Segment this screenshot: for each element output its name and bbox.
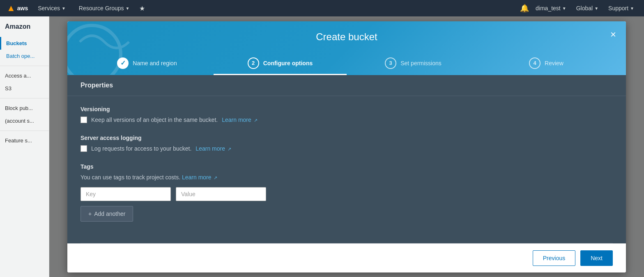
support-menu[interactable]: Support ▼ bbox=[605, 0, 637, 16]
resource-groups-menu[interactable]: Resource Groups ▼ bbox=[76, 0, 133, 16]
sidebar-divider-2 bbox=[0, 98, 49, 98]
region-menu[interactable]: Global ▼ bbox=[573, 0, 602, 16]
tag-key-input[interactable] bbox=[80, 187, 171, 201]
step-3-permissions[interactable]: 3 Set permissions bbox=[347, 53, 480, 75]
tags-external-icon: ↗ bbox=[214, 175, 217, 180]
sidebar-item-batch[interactable]: Batch ope... bbox=[0, 50, 49, 62]
support-chevron-icon: ▼ bbox=[630, 6, 634, 11]
nav-right: 🔔 dima_test ▼ Global ▼ Support ▼ bbox=[520, 0, 637, 16]
modal-body: Properties Versioning Keep all versions … bbox=[67, 75, 626, 243]
add-another-button[interactable]: + Add another bbox=[80, 206, 133, 222]
server-logging-title: Server access logging bbox=[80, 135, 613, 141]
versioning-section: Versioning Keep all versions of an objec… bbox=[80, 106, 613, 123]
sidebar-item-access[interactable]: Access a... bbox=[0, 69, 49, 82]
versioning-title: Versioning bbox=[80, 106, 613, 112]
versioning-learn-more-link[interactable]: Learn more ↗ bbox=[222, 117, 257, 123]
tags-description: You can use tags to track project costs.… bbox=[80, 174, 613, 181]
next-button[interactable]: Next bbox=[580, 250, 613, 266]
close-button[interactable]: × bbox=[610, 30, 616, 39]
step-2-configure[interactable]: 2 Configure options bbox=[214, 53, 347, 75]
server-logging-external-icon: ↗ bbox=[228, 147, 231, 151]
tags-section: Tags You can use tags to track project c… bbox=[80, 163, 613, 222]
properties-section-header: Properties bbox=[67, 75, 626, 96]
step-3-circle: 3 bbox=[385, 57, 396, 69]
versioning-label: Keep all versions of an object in the sa… bbox=[91, 117, 218, 123]
server-logging-learn-more-link[interactable]: Learn more ↗ bbox=[196, 145, 231, 152]
main-content: Create bucket × ✓ Name and region bbox=[49, 16, 644, 277]
user-menu[interactable]: dima_test ▼ bbox=[532, 0, 570, 16]
services-menu[interactable]: Services ▼ bbox=[34, 0, 69, 16]
tags-inputs-row bbox=[80, 187, 613, 201]
steps-row: ✓ Name and region 2 Configure options bbox=[80, 53, 613, 75]
versioning-checkbox[interactable] bbox=[80, 117, 87, 123]
region-chevron-icon: ▼ bbox=[594, 6, 598, 11]
step-3-label: Set permissions bbox=[400, 60, 442, 66]
server-logging-checkbox[interactable] bbox=[80, 145, 87, 152]
sidebar-item-buckets[interactable]: Buckets bbox=[0, 37, 49, 50]
server-logging-section: Server access logging Log requests for a… bbox=[80, 135, 613, 152]
user-chevron-icon: ▼ bbox=[562, 6, 566, 11]
step-4-circle: 4 bbox=[529, 57, 540, 69]
resource-groups-chevron-icon: ▼ bbox=[126, 6, 130, 11]
sidebar-divider-3 bbox=[0, 130, 49, 131]
sidebar-item-account[interactable]: (account s... bbox=[0, 114, 49, 127]
step-4-label: Review bbox=[545, 60, 564, 66]
modal-header: Create bucket × ✓ Name and region bbox=[67, 21, 626, 75]
tags-title: Tags bbox=[80, 163, 613, 170]
page-layout: Amazon Buckets Batch ope... Access a... … bbox=[0, 16, 644, 277]
svg-point-0 bbox=[67, 25, 121, 75]
add-another-icon: + bbox=[88, 211, 92, 217]
sidebar: Amazon Buckets Batch ope... Access a... … bbox=[0, 16, 49, 277]
modal-footer: Previous Next bbox=[67, 243, 626, 272]
sidebar-item-feature[interactable]: Feature s... bbox=[0, 134, 49, 147]
step-2-label: Configure options bbox=[263, 60, 313, 66]
versioning-checkbox-row: Keep all versions of an object in the sa… bbox=[80, 117, 613, 123]
section-content: Versioning Keep all versions of an objec… bbox=[67, 96, 626, 243]
modal-title-row: Create bucket bbox=[80, 31, 613, 43]
add-another-label: Add another bbox=[94, 211, 125, 217]
tags-learn-more-link[interactable]: Learn more ↗ bbox=[182, 174, 217, 181]
versioning-external-icon: ↗ bbox=[254, 118, 258, 123]
step-4-review[interactable]: 4 Review bbox=[480, 53, 613, 75]
previous-button[interactable]: Previous bbox=[533, 250, 575, 266]
server-logging-label: Log requests for access to your bucket. bbox=[91, 145, 191, 152]
sidebar-title: Amazon bbox=[0, 23, 49, 37]
services-chevron-icon: ▼ bbox=[62, 6, 66, 11]
sidebar-item-s3[interactable]: S3 bbox=[0, 82, 49, 95]
modal-title: Create bucket bbox=[316, 31, 377, 43]
top-navigation: ▲ aws Services ▼ Resource Groups ▼ ★ 🔔 d… bbox=[0, 0, 644, 16]
sidebar-item-block[interactable]: Block pub... bbox=[0, 102, 49, 114]
bell-icon[interactable]: 🔔 bbox=[520, 4, 529, 13]
sidebar-divider bbox=[0, 66, 49, 66]
aws-logo[interactable]: ▲ aws bbox=[7, 3, 28, 14]
header-decoration bbox=[67, 21, 150, 75]
modal-overlay: Create bucket × ✓ Name and region bbox=[49, 16, 644, 277]
create-bucket-modal: Create bucket × ✓ Name and region bbox=[67, 21, 626, 272]
tag-value-input[interactable] bbox=[176, 187, 266, 201]
pin-icon[interactable]: ★ bbox=[139, 5, 145, 12]
server-logging-checkbox-row: Log requests for access to your bucket. … bbox=[80, 145, 613, 152]
step-2-circle: 2 bbox=[248, 57, 259, 69]
